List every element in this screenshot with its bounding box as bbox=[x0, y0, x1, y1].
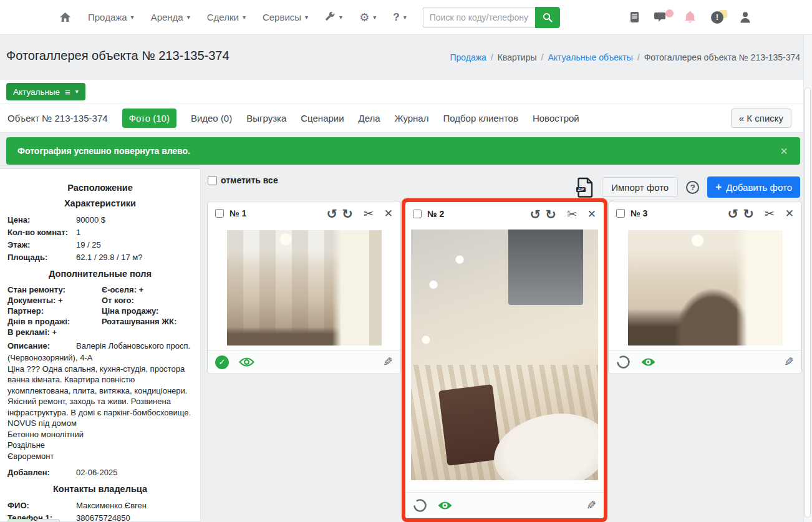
back-to-list-button[interactable]: « К списку bbox=[731, 109, 791, 128]
field-description-label: Описание: bbox=[7, 340, 76, 352]
scrollbar-track[interactable] bbox=[803, 35, 812, 522]
edit-pencil-icon[interactable]: ✎ bbox=[586, 500, 596, 511]
breadcrumb-link-actual[interactable]: Актуальные объекты bbox=[548, 52, 632, 62]
photo-thumbnail[interactable] bbox=[411, 230, 598, 480]
content-panel: Актуальные ≡ ▾ Объект № 213-135-374 Фото… bbox=[0, 80, 803, 133]
close-icon[interactable]: × bbox=[780, 145, 788, 157]
visibility-eye-icon[interactable] bbox=[437, 500, 453, 511]
add-photo-button[interactable]: + Добавить фото bbox=[707, 176, 800, 198]
tab-tasks[interactable]: Дела bbox=[359, 113, 380, 123]
nav-menu-rent[interactable]: Аренда ▾ bbox=[151, 12, 190, 22]
field-complex-location: Розташування ЖК: bbox=[102, 316, 176, 327]
import-photo-button[interactable]: Импорт фото bbox=[602, 177, 678, 197]
svg-text:ZIP: ZIP bbox=[578, 187, 585, 191]
wrench-icon bbox=[325, 12, 336, 22]
field-area-value: 62.1 / 29.8 / 17 м? bbox=[76, 251, 143, 264]
field-days-on-sale: Днів в продажі: bbox=[7, 316, 102, 327]
chevron-down-icon: ▾ bbox=[75, 89, 79, 95]
visibility-eye-icon[interactable] bbox=[640, 357, 656, 367]
select-all-checkbox[interactable] bbox=[208, 176, 217, 185]
breadcrumb-link-sale[interactable]: Продажа bbox=[450, 52, 486, 62]
field-floor-label: Этаж: bbox=[7, 239, 76, 251]
chevron-down-icon: ▾ bbox=[305, 14, 308, 21]
alert-message: Фотография успешно повернута влево. bbox=[17, 146, 190, 156]
delete-icon[interactable]: ✕ bbox=[384, 208, 393, 219]
highlighted-card-frame: № 2 ↺ ↻ ✂ ✕ bbox=[402, 198, 607, 522]
visibility-eye-icon[interactable] bbox=[239, 357, 254, 367]
delete-icon[interactable]: ✕ bbox=[785, 208, 794, 219]
rotate-right-icon[interactable]: ↻ bbox=[743, 207, 754, 220]
nav-menu-tools[interactable]: ▾ bbox=[325, 12, 342, 22]
chevron-down-icon: ▾ bbox=[131, 14, 134, 21]
tab-object[interactable]: Объект № 213-135-374 bbox=[7, 113, 108, 123]
field-area: Площадь: 62.1 / 29.8 / 17 м? bbox=[0, 251, 200, 264]
field-area-label: Площадь: bbox=[7, 251, 76, 264]
zip-download-icon[interactable]: ZIP bbox=[576, 177, 594, 198]
field-floor-value: 19 / 25 bbox=[76, 239, 101, 251]
field-owner-name-label: ФИО: bbox=[7, 500, 76, 512]
scrollbar-thumb[interactable] bbox=[805, 87, 811, 518]
tab-photo[interactable]: Фото (10) bbox=[122, 109, 176, 128]
search-button[interactable] bbox=[535, 7, 560, 28]
tab-scenarios[interactable]: Сценарии bbox=[301, 113, 344, 123]
tab-export[interactable]: Выгрузка bbox=[246, 113, 286, 123]
nav-menu-settings[interactable]: ⚙ ▾ bbox=[359, 12, 376, 23]
photo-checkbox[interactable] bbox=[215, 209, 224, 218]
tab-client-match[interactable]: Подбор клиентов bbox=[443, 113, 518, 123]
chevron-down-icon: ▾ bbox=[339, 14, 342, 21]
exclamation-mark: ! bbox=[711, 11, 723, 24]
rotate-left-icon[interactable]: ↺ bbox=[530, 208, 541, 221]
crop-icon[interactable]: ✂ bbox=[765, 208, 775, 220]
plus-icon: + bbox=[715, 181, 722, 193]
rotate-right-icon[interactable]: ↻ bbox=[545, 208, 556, 221]
photo-card-1: № 1 ↺ ↻ ✂ ✕ ✓ ✎ bbox=[207, 201, 401, 374]
actual-status-button[interactable]: Актуальные ≡ ▾ bbox=[6, 83, 85, 100]
tab-newbuild[interactable]: Новострой bbox=[533, 113, 579, 123]
chevron-down-icon: ▾ bbox=[373, 14, 376, 21]
journal-icon[interactable] bbox=[630, 11, 639, 23]
photo-thumbnail[interactable] bbox=[227, 230, 382, 346]
nav-menu-help[interactable]: ? ▾ bbox=[393, 12, 406, 22]
edit-pencil-icon[interactable]: ✎ bbox=[784, 356, 794, 368]
field-floor: Этаж: 19 / 25 bbox=[0, 239, 200, 251]
help-icon[interactable]: ? bbox=[686, 181, 699, 194]
page-title: Фотогаллерея объекта № 213-135-374 bbox=[6, 49, 230, 63]
success-alert: Фотография успешно повернута влево. × bbox=[6, 137, 800, 165]
tab-video[interactable]: Видео (0) bbox=[191, 113, 232, 123]
home-icon[interactable] bbox=[59, 12, 71, 22]
description-text: (Червонозоряний), 4-А Ціна ??? Одна спал… bbox=[0, 352, 200, 462]
delete-icon[interactable]: ✕ bbox=[587, 209, 596, 220]
bell-icon[interactable] bbox=[684, 11, 696, 24]
alert-circle-icon[interactable]: ! bbox=[711, 11, 725, 24]
rotate-left-icon[interactable]: ↺ bbox=[728, 207, 739, 220]
section-characteristics-heading: Характеристики bbox=[0, 198, 200, 208]
crop-icon[interactable]: ✂ bbox=[364, 208, 374, 220]
edit-pencil-icon[interactable]: ✎ bbox=[383, 356, 393, 368]
field-owner-name-value: Максименко Євген bbox=[76, 500, 147, 512]
section-contacts-heading: Контакты владельца bbox=[0, 484, 200, 494]
cropped-action-button[interactable] bbox=[7, 519, 31, 522]
field-owner-phone-value[interactable]: 380675724850 bbox=[76, 512, 130, 522]
search-input[interactable] bbox=[423, 7, 535, 28]
pending-circle-icon[interactable] bbox=[616, 355, 631, 369]
breadcrumb-separator: / bbox=[637, 52, 640, 62]
nav-menu-sale[interactable]: Продажа ▾ bbox=[88, 12, 134, 22]
nav-menu-deals[interactable]: Сделки ▾ bbox=[207, 12, 246, 22]
rotate-right-icon[interactable]: ↻ bbox=[342, 207, 353, 220]
approved-check-icon[interactable]: ✓ bbox=[215, 355, 229, 369]
breadcrumb-separator: / bbox=[491, 52, 493, 62]
tab-journal[interactable]: Журнал bbox=[395, 113, 429, 123]
crop-icon[interactable]: ✂ bbox=[567, 208, 577, 220]
field-owner-name: ФИО: Максименко Євген bbox=[0, 500, 200, 512]
pending-circle-icon[interactable] bbox=[413, 498, 427, 513]
photo-checkbox[interactable] bbox=[616, 209, 625, 218]
cropped-action-button[interactable] bbox=[36, 519, 60, 522]
user-icon[interactable] bbox=[740, 11, 751, 23]
messages-icon[interactable] bbox=[654, 11, 669, 24]
rotate-left-icon[interactable]: ↺ bbox=[327, 207, 338, 220]
field-sale-price: Ціна продажу: bbox=[102, 306, 176, 316]
nav-menu-services[interactable]: Сервисы ▾ bbox=[263, 12, 308, 22]
photo-number: № 1 bbox=[230, 208, 246, 218]
photo-thumbnail[interactable] bbox=[628, 230, 783, 346]
photo-checkbox[interactable] bbox=[413, 210, 422, 218]
